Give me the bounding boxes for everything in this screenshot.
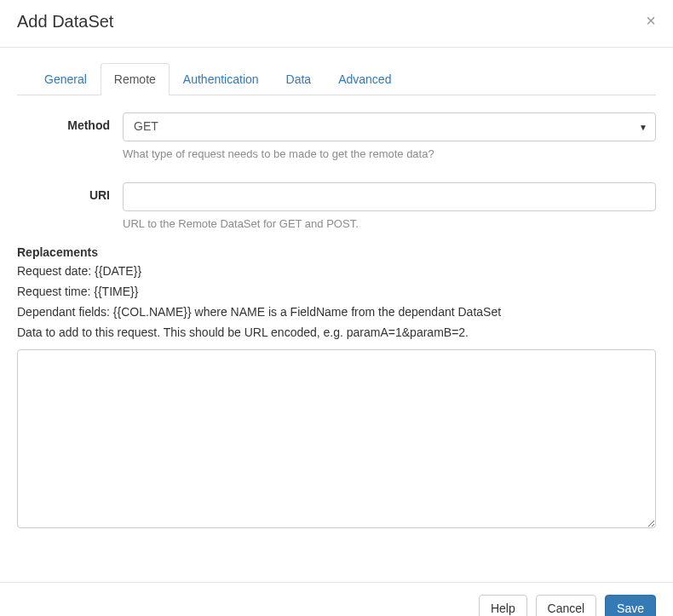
uri-label: URI (17, 182, 123, 232)
replacements-date: Request date: {{DATE}} (17, 262, 656, 280)
replacements-textarea[interactable] (17, 349, 656, 528)
replacements-datahint: Data to add to this request. This should… (17, 324, 656, 342)
tab-list: General Remote Authentication Data Advan… (17, 63, 656, 95)
method-help: What type of request needs to be made to… (123, 147, 656, 162)
modal-footer: Help Cancel Save (0, 582, 673, 616)
method-select[interactable]: GET (123, 112, 656, 141)
cancel-button[interactable]: Cancel (536, 595, 597, 616)
replacements-title: Replacements (17, 245, 656, 259)
tab-authentication[interactable]: Authentication (170, 63, 273, 95)
tab-data[interactable]: Data (273, 63, 325, 95)
uri-group: URI URL to the Remote DataSet for GET an… (17, 182, 656, 232)
method-label: Method (17, 112, 123, 162)
tab-general-label[interactable]: General (31, 63, 101, 95)
tab-remote[interactable]: Remote (101, 63, 170, 95)
tab-remote-label[interactable]: Remote (101, 63, 170, 95)
help-button[interactable]: Help (479, 595, 527, 616)
modal-header: Add DataSet × (0, 0, 673, 48)
uri-input[interactable] (123, 182, 656, 211)
modal-body: General Remote Authentication Data Advan… (0, 63, 673, 548)
modal-title: Add DataSet (17, 12, 113, 32)
close-button[interactable]: × (646, 12, 656, 29)
tab-advanced[interactable]: Advanced (325, 63, 405, 95)
tab-data-label[interactable]: Data (273, 63, 325, 95)
uri-help: URL to the Remote DataSet for GET and PO… (123, 216, 656, 232)
replacements-section: Replacements Request date: {{DATE}} Requ… (17, 245, 656, 531)
tab-general[interactable]: General (31, 63, 101, 95)
tab-advanced-label[interactable]: Advanced (325, 63, 405, 95)
form-section: Method GET ▼ What type of request needs … (17, 95, 656, 531)
method-group: Method GET ▼ What type of request needs … (17, 112, 656, 162)
tab-authentication-label[interactable]: Authentication (170, 63, 273, 95)
add-dataset-modal: Add DataSet × General Remote Authenticat… (0, 0, 673, 616)
replacements-dependant: Dependant fields: {{COL.NAME}} where NAM… (17, 303, 656, 321)
replacements-time: Request time: {{TIME}} (17, 283, 656, 301)
save-button[interactable]: Save (605, 595, 656, 616)
